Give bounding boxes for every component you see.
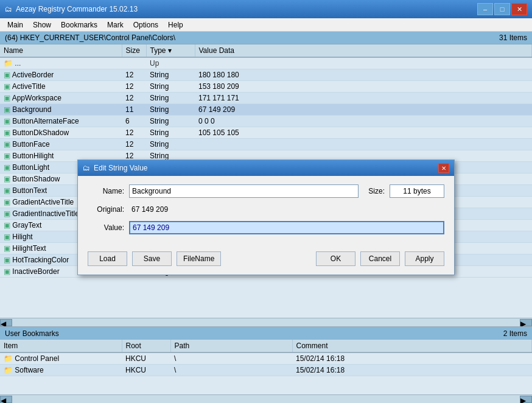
modal-value-label: Value: xyxy=(88,223,124,232)
modal-title: Edit String Value xyxy=(94,164,148,172)
modal-value-row: Value: xyxy=(88,221,444,234)
menu-main[interactable]: Main xyxy=(2,19,28,30)
modal-footer: Load Save FileName OK Cancel Apply xyxy=(78,249,454,275)
app-icon: 🗂 xyxy=(5,5,12,13)
cancel-button[interactable]: Cancel xyxy=(360,251,400,266)
main-area: (64) HKEY_CURRENT_USER\Control Panel\Col… xyxy=(0,32,532,403)
modal-name-row: Name: Size: xyxy=(88,184,444,198)
menu-show[interactable]: Show xyxy=(28,19,56,30)
title-bar: 🗂 Aezay Registry Commander 15.02.13 – □ … xyxy=(0,0,532,18)
app-title: Aezay Registry Commander 15.02.13 xyxy=(16,5,138,13)
ok-button[interactable]: OK xyxy=(316,251,355,266)
apply-button[interactable]: Apply xyxy=(405,251,444,266)
menu-mark[interactable]: Mark xyxy=(102,19,128,30)
modal-size-label: Size: xyxy=(368,187,385,195)
modal-body: Name: Size: Original: 67 149 209 Value: xyxy=(78,176,454,249)
modal-title-bar: 🗂 Edit String Value ✕ xyxy=(78,160,454,176)
modal-size-input[interactable] xyxy=(390,184,444,198)
menu-help[interactable]: Help xyxy=(163,19,188,30)
save-button[interactable]: Save xyxy=(132,251,172,266)
maximize-button[interactable]: □ xyxy=(494,3,510,15)
modal-original-row: Original: 67 149 209 xyxy=(88,204,444,215)
menu-options[interactable]: Options xyxy=(128,19,163,30)
modal-original-label: Original: xyxy=(88,205,124,214)
menu-bookmarks[interactable]: Bookmarks xyxy=(56,19,102,30)
modal-name-label: Name: xyxy=(88,187,124,195)
modal-original-value: 67 149 209 xyxy=(129,204,444,215)
modal-icon: 🗂 xyxy=(83,164,90,172)
filename-button[interactable]: FileName xyxy=(177,251,221,266)
load-button[interactable]: Load xyxy=(88,251,127,266)
modal-value-input[interactable] xyxy=(129,221,444,234)
minimize-button[interactable]: – xyxy=(477,3,493,15)
modal-name-input[interactable] xyxy=(129,184,359,198)
modal-close-button[interactable]: ✕ xyxy=(438,163,449,173)
edit-string-dialog: 🗂 Edit String Value ✕ Name: Size: Origin… xyxy=(77,159,455,275)
modal-overlay: 🗂 Edit String Value ✕ Name: Size: Origin… xyxy=(0,32,532,403)
close-button[interactable]: ✕ xyxy=(511,3,527,15)
menu-bar: Main Show Bookmarks Mark Options Help xyxy=(0,18,532,32)
